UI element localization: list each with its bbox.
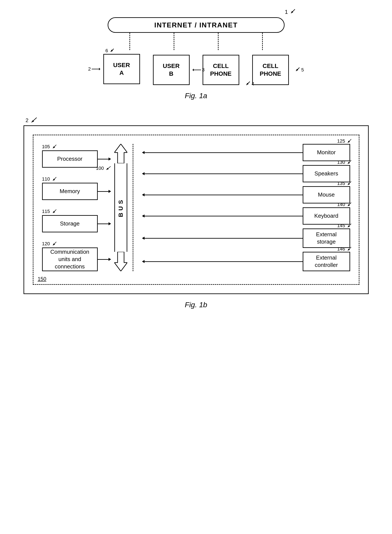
device-user-a: USER A — [103, 54, 140, 84]
callout-arrow-ref2-icon — [30, 117, 37, 124]
monitor-box: Monitor 125 — [303, 144, 350, 161]
ref-125: 125 — [337, 138, 352, 144]
callout-arrow-145-icon — [346, 223, 352, 228]
device-cell-phone-1: CELL PHONE — [203, 55, 239, 85]
callout-arrow-5-icon — [294, 67, 300, 73]
storage-box: Storage — [42, 215, 98, 232]
monitor-label: Monitor — [317, 149, 336, 156]
fig1a-diagram: INTERNET / INTRANET 1 6 — [23, 13, 369, 104]
device-cell-phone-2: CELL PHONE — [252, 55, 289, 85]
callout-arrow-135-icon — [346, 181, 352, 186]
comm-num: 120 — [42, 241, 50, 247]
ext-controller-box: External controller 146 — [303, 252, 350, 271]
ext-storage-row: External storage 145 — [142, 229, 350, 248]
callout-arrow-100-icon — [105, 166, 111, 171]
arrow-right-icon — [92, 67, 100, 71]
ref-1: 1 — [285, 9, 295, 15]
ref-100: 100 — [96, 165, 111, 171]
ref-130: 130 — [337, 159, 352, 165]
storage-num: 115 — [42, 209, 50, 214]
bus-arrow-down-icon — [114, 252, 127, 271]
processor-box: Processor — [42, 150, 98, 168]
ext-storage-label: External storage — [316, 231, 336, 246]
ext-controller-label: External controller — [315, 254, 338, 269]
ref-135: 135 — [337, 180, 352, 187]
mouse-row: Mouse 135 — [142, 186, 350, 203]
fig1b-ref2: 2 — [26, 117, 28, 123]
fig1a-container: INTERNET / INTRANET 1 6 — [23, 13, 369, 104]
fig1b-ref2-wrap: 2 — [26, 117, 369, 124]
fig1b-container: 2 105 Processor — [23, 117, 369, 309]
comm-arrow — [98, 258, 111, 261]
ext-controller-row: External controller 146 — [142, 252, 350, 271]
memory-label: Memory — [60, 188, 80, 195]
storage-arrow — [98, 222, 111, 225]
memory-box: Memory — [42, 183, 98, 200]
inet-bar: INTERNET / INTRANET — [108, 17, 285, 33]
svg-marker-15 — [114, 252, 127, 271]
speakers-row: Speakers 130 — [142, 165, 350, 182]
cell-phone-1-label: CELL PHONE — [210, 62, 232, 78]
speakers-line — [142, 172, 303, 175]
ref-5-wrap: 5 — [294, 67, 304, 73]
callout-arrow-125-icon — [346, 139, 352, 144]
monitor-row: Monitor 125 — [142, 144, 350, 161]
bus-dashed-divider — [133, 144, 133, 271]
ext-controller-line — [142, 260, 303, 263]
speakers-label: Speakers — [315, 170, 338, 177]
ref-145: 145 — [337, 223, 352, 229]
memory-num: 110 — [42, 176, 50, 182]
keyboard-row: Keyboard 140 — [142, 207, 350, 225]
callout-arrow-130-icon — [346, 160, 352, 165]
storage-label: Storage — [60, 220, 79, 227]
callout-arrow-6-icon — [109, 48, 115, 53]
fig1b-outer-box: 105 Processor — [23, 125, 369, 294]
ref-5: 5 — [301, 67, 304, 73]
callout-arrow-120-icon — [51, 241, 57, 246]
svg-marker-5 — [192, 69, 194, 71]
comm-wrap: 120 Communication units and connections — [42, 241, 111, 271]
ref-6: 6 — [106, 48, 108, 53]
bus-label: BUS — [117, 198, 124, 217]
ref-2-arrow: 2 — [88, 66, 100, 72]
device-user-b-wrap: USER B 3 — [153, 48, 190, 85]
fig1b-inner-dashed: 105 Processor — [33, 135, 359, 285]
mouse-line — [142, 193, 303, 196]
ref-146: 146 — [337, 246, 352, 252]
ext-storage-box: External storage 145 — [303, 229, 350, 248]
inet-label: INTERNET / INTRANET — [154, 21, 238, 29]
callout-arrow-110-icon — [51, 177, 57, 182]
bus-shaft: 100 BUS — [114, 163, 127, 252]
dashed-line-3 — [218, 33, 219, 50]
callout-arrow-1-icon — [289, 9, 295, 15]
cell-phone-2-label: CELL PHONE — [260, 62, 281, 78]
mouse-label: Mouse — [318, 191, 335, 198]
processor-wrap: 105 Processor — [42, 144, 111, 168]
bus-col: 100 BUS — [113, 144, 128, 271]
dashed-line-2 — [174, 33, 174, 50]
comm-box: Communication units and connections — [42, 248, 98, 271]
callout-arrow-105-icon — [51, 144, 57, 149]
dashed-lines — [108, 33, 285, 48]
processor-arrow — [98, 158, 111, 160]
mouse-box: Mouse 135 — [303, 186, 350, 203]
ref-150-label: 150 — [38, 276, 46, 282]
memory-arrow — [98, 190, 111, 193]
fig1b-caption: Fig. 1b — [23, 300, 369, 309]
left-components-col: 105 Processor — [42, 144, 111, 271]
callout-arrow-146-icon — [346, 247, 352, 251]
dashed-line-1 — [130, 33, 130, 50]
device-cell-phone-1-wrap: CELL PHONE 4 — [203, 48, 239, 85]
storage-wrap: 115 Storage — [42, 209, 111, 232]
processor-label: Processor — [57, 155, 82, 163]
speakers-box: Speakers 130 — [303, 165, 350, 182]
callout-arrow-140-icon — [346, 202, 352, 207]
memory-wrap: 110 Memory — [42, 176, 111, 200]
keyboard-box: Keyboard 140 — [303, 207, 350, 225]
monitor-line — [142, 151, 303, 154]
device-user-b: USER B — [153, 55, 190, 85]
svg-marker-3 — [99, 68, 100, 70]
keyboard-line — [142, 215, 303, 217]
device-user-a-wrap: 6 2 USER A — [103, 48, 140, 84]
arrow-left-3-icon — [192, 68, 201, 72]
